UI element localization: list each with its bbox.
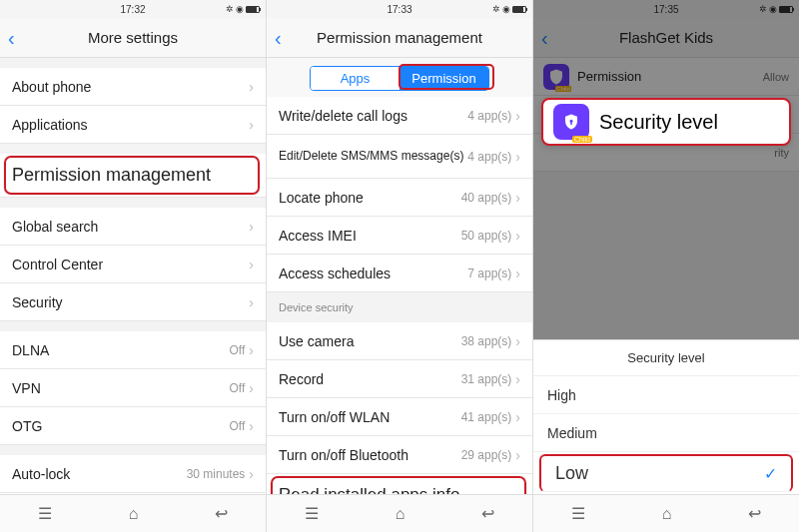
chevron-right-icon: › — [249, 418, 254, 434]
battery-icon — [246, 6, 260, 13]
security-level-sheet: Security level High Medium Low ✓ — [533, 339, 799, 494]
status-bar: 17:32 ✲ ◉ — [0, 0, 266, 18]
sheet-title: Security level — [533, 340, 799, 376]
row-dlna[interactable]: DLNAOff› — [0, 331, 266, 369]
chevron-right-icon: › — [249, 380, 254, 396]
highlight-permission-seg — [399, 64, 494, 90]
chevron-right-icon: › — [515, 266, 520, 281]
menu-icon[interactable]: ☰ — [305, 504, 319, 523]
chevron-right-icon: › — [249, 117, 254, 133]
status-time: 17:33 — [387, 4, 411, 15]
status-time: 17:35 — [653, 4, 678, 15]
bluetooth-icon: ✲ — [759, 4, 767, 14]
nav-bar: ☰ ⌂ ↩ — [533, 494, 799, 532]
back-nav-icon[interactable]: ↩ — [481, 504, 494, 523]
row-applications[interactable]: Applications› — [0, 106, 266, 144]
security-level-label: Security level — [599, 111, 718, 134]
page-title: Permission management — [317, 29, 482, 46]
chevron-right-icon: › — [515, 333, 520, 349]
titlebar: ‹ Permission management — [267, 18, 532, 58]
row-permission-management[interactable]: Permission management — [0, 154, 266, 198]
titlebar: ‹ FlashGet Kids — [533, 18, 799, 58]
chevron-right-icon: › — [249, 466, 254, 482]
row-security[interactable]: Security› — [0, 283, 266, 321]
back-icon[interactable]: ‹ — [541, 28, 548, 48]
app-icon: Child — [553, 104, 589, 140]
back-icon[interactable]: ‹ — [8, 28, 15, 48]
phone-flashget-kids: 17:35 ✲ ◉ ‹ FlashGet Kids Child Permissi… — [533, 0, 799, 532]
back-nav-icon[interactable]: ↩ — [215, 504, 228, 523]
page-title: More settings — [88, 29, 178, 46]
page-title: FlashGet Kids — [619, 29, 713, 46]
row-bluetooth[interactable]: Turn on/off Bluetooth29 app(s)› — [267, 436, 532, 474]
wifi-icon: ◉ — [236, 4, 244, 14]
chevron-right-icon: › — [515, 228, 520, 244]
row-wlan[interactable]: Turn on/off WLAN41 app(s)› — [267, 398, 532, 436]
chevron-right-icon: › — [249, 219, 254, 235]
menu-icon[interactable]: ☰ — [38, 504, 52, 523]
home-icon[interactable]: ⌂ — [396, 505, 405, 523]
row-about-phone[interactable]: About phone› — [0, 68, 266, 106]
titlebar: ‹ More settings — [0, 18, 266, 58]
app-icon: Child — [543, 64, 569, 90]
status-icons: ✲ ◉ — [226, 4, 260, 14]
chevron-right-icon: › — [515, 371, 520, 387]
back-nav-icon[interactable]: ↩ — [748, 504, 761, 523]
battery-icon — [779, 6, 793, 13]
row-otg[interactable]: OTGOff› — [0, 407, 266, 445]
highlight-permission-management — [4, 156, 260, 195]
row-easy-touch[interactable]: Easy Touch› — [0, 493, 266, 494]
row-read-installed-apps[interactable]: Read installed apps info — [267, 474, 532, 494]
row-control-center[interactable]: Control Center› — [0, 246, 266, 283]
row-vpn[interactable]: VPNOff› — [0, 369, 266, 407]
option-low[interactable]: Low ✓ — [539, 454, 793, 492]
check-icon: ✓ — [764, 464, 777, 483]
nav-bar: ☰ ⌂ ↩ — [267, 494, 532, 532]
home-icon[interactable]: ⌂ — [662, 505, 672, 523]
phone-more-settings: 17:32 ✲ ◉ ‹ More settings About phone› A… — [0, 0, 267, 532]
wifi-icon: ◉ — [502, 4, 510, 14]
row-locate-phone[interactable]: Locate phone40 app(s)› — [267, 179, 532, 217]
row-imei[interactable]: Access IMEI50 app(s)› — [267, 217, 532, 255]
chevron-right-icon: › — [249, 257, 254, 272]
chevron-right-icon: › — [249, 79, 254, 95]
row-call-logs[interactable]: Write/delete call logs4 app(s)› — [267, 97, 532, 135]
battery-icon — [512, 6, 526, 13]
highlight-read-installed-apps — [271, 476, 526, 494]
row-global-search[interactable]: Global search› — [0, 208, 266, 246]
row-permission-summary[interactable]: Child Permission Allow — [533, 58, 799, 96]
phone-permission-management: 17:33 ✲ ◉ ‹ Permission management Apps P… — [267, 0, 533, 532]
svg-rect-1 — [570, 122, 572, 125]
section-device-security: Device security — [267, 292, 532, 322]
settings-list: About phone› Applications› Permission ma… — [0, 58, 266, 494]
chevron-right-icon: › — [249, 294, 254, 310]
home-icon[interactable]: ⌂ — [129, 505, 139, 523]
status-icons: ✲ ◉ — [759, 4, 793, 14]
row-auto-lock[interactable]: Auto-lock30 minutes› — [0, 455, 266, 493]
bluetooth-icon: ✲ — [226, 4, 234, 14]
bluetooth-icon: ✲ — [492, 4, 500, 14]
chevron-right-icon: › — [515, 108, 520, 124]
row-record[interactable]: Record31 app(s)› — [267, 360, 532, 398]
row-use-camera[interactable]: Use camera38 app(s)› — [267, 322, 532, 360]
chevron-right-icon: › — [249, 342, 254, 358]
chevron-right-icon: › — [515, 409, 520, 425]
status-icons: ✲ ◉ — [492, 4, 526, 14]
chevron-right-icon: › — [515, 149, 520, 165]
status-time: 17:32 — [120, 4, 145, 15]
permission-list: Write/delete call logs4 app(s)› Edit/Del… — [267, 97, 532, 494]
menu-icon[interactable]: ☰ — [571, 504, 585, 523]
option-high[interactable]: High — [533, 376, 799, 414]
status-bar: 17:33 ✲ ◉ — [267, 0, 532, 18]
row-schedules[interactable]: Access schedules7 app(s)› — [267, 255, 532, 292]
chevron-right-icon: › — [515, 190, 520, 206]
option-medium[interactable]: Medium — [533, 414, 799, 452]
highlight-security-level-card: Child Security level — [541, 98, 791, 146]
status-bar: 17:35 ✲ ◉ — [533, 0, 799, 18]
chevron-right-icon: › — [515, 447, 520, 463]
nav-bar: ☰ ⌂ ↩ — [0, 494, 266, 532]
seg-apps[interactable]: Apps — [311, 67, 400, 90]
row-sms[interactable]: Edit/Delete SMS/MMS message(s)4 app(s)› — [267, 135, 532, 179]
wifi-icon: ◉ — [769, 4, 777, 14]
back-icon[interactable]: ‹ — [275, 28, 282, 48]
